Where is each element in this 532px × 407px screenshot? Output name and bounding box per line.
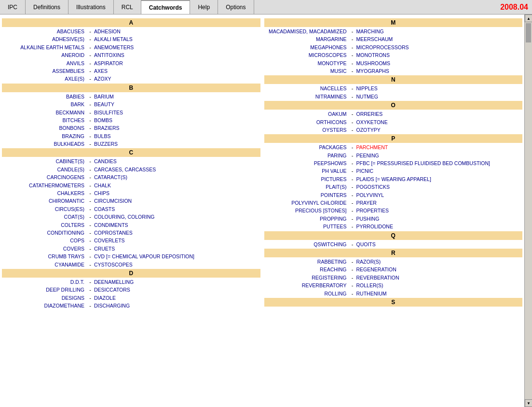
table-row: POLYVINYL CHLORIDE-PRAYER [264, 199, 523, 207]
table-row: ADHESIVE(S)-ALKALI METALS [2, 36, 260, 43]
table-row: AXLE(S)-AZOXY [2, 75, 260, 83]
entry-key: ASSEMBLIES [2, 68, 86, 75]
entry-dash: - [349, 160, 356, 167]
entry-key: CYANAMIDE [2, 261, 86, 268]
entry-value: ASPIRATOR [94, 60, 260, 67]
entry-key: BECKMANN [2, 109, 86, 116]
table-row: PACKAGES-PARCHMENT [264, 144, 523, 151]
table-row: DIAZOMETHANE-DISCHARGING [2, 302, 260, 309]
entry-key: DIAZOMETHANE [2, 302, 86, 309]
entry-key: D.D.T. [2, 279, 86, 286]
table-row: D.D.T.-DEENAMELLING [2, 279, 260, 286]
tab-catchwords[interactable]: Catchwords [141, 0, 191, 14]
entry-key: PEEPSHOWS [264, 160, 349, 167]
entry-value: PARCHMENT [356, 144, 523, 151]
entry-key: BABIES [2, 93, 86, 100]
table-row: CIRCUS(ES)-COASTS [2, 206, 260, 213]
entry-value: BISULFITES [94, 109, 260, 116]
entry-value: ROLLER(S) [356, 282, 523, 289]
table-row: POINTERS-POLYVINYL [264, 192, 523, 199]
entry-value: AXES [94, 68, 260, 75]
entry-value: MARCHING [356, 28, 523, 35]
entry-key: MARGARINE [264, 36, 349, 43]
tab-rcl[interactable]: RCL [114, 0, 141, 14]
entry-dash: - [86, 44, 94, 51]
scroll-up-button[interactable]: ▲ [525, 14, 532, 22]
entry-value: OZOTYPY [356, 126, 523, 134]
entry-key: COVERS [2, 245, 86, 253]
entry-dash: - [349, 223, 356, 230]
scroll-down-button[interactable]: ▼ [525, 399, 532, 407]
entry-value: DIAZOLE [94, 295, 260, 302]
entry-dash: - [349, 215, 356, 223]
table-row: CONDITIONING-COPROSTANES [2, 229, 260, 237]
section-header-n: N [264, 75, 523, 84]
table-row: BABIES-BARIUM [2, 93, 260, 100]
table-row: NITRAMINES-NUTMEG [264, 93, 523, 100]
entry-dash: - [86, 133, 94, 140]
entry-dash: - [349, 93, 356, 100]
entry-key: PACKAGES [264, 144, 349, 151]
scroll-thumb[interactable] [526, 23, 531, 42]
entry-dash: - [86, 197, 94, 205]
section-header-b: B [2, 84, 260, 92]
section-header-q: Q [264, 231, 523, 240]
entry-value: PFBC [= PRESSURISED FLUIDISED BED COMBUS… [356, 160, 523, 167]
entry-value: REVERBERATION [356, 274, 523, 281]
table-row: MUSIC-MYOGRAPHS [264, 68, 523, 75]
tab-definitions[interactable]: Definitions [26, 0, 68, 14]
table-row: PEEPSHOWS-PFBC [= PRESSURISED FLUIDISED … [264, 160, 523, 167]
entry-value: BULBS [94, 133, 260, 140]
table-row: DEEP DRILLING-DESICCATORS [2, 286, 260, 294]
version-badge: 2008.04 [500, 0, 532, 14]
table-row: MEGAPHONES-MICROPROCESSORS [264, 44, 523, 51]
table-row: COVERS-CRUETS [2, 245, 260, 253]
tab-illustrations[interactable]: Illustrations [68, 0, 114, 14]
entry-dash: - [349, 183, 356, 191]
entry-dash: - [349, 274, 356, 281]
entry-value: NUTMEG [356, 93, 523, 100]
entry-value: CANDIES [94, 158, 260, 165]
tab-help[interactable]: Help [190, 0, 218, 14]
entry-key: RABBETING [264, 258, 349, 266]
entry-value: ANEMOMETERS [94, 44, 260, 51]
entry-key: ADHESIVE(S) [2, 36, 86, 43]
scroll-content[interactable]: AABACUSES-ADHESIONADHESIVE(S)-ALKALI MET… [0, 14, 524, 407]
entry-key: POINTERS [264, 192, 349, 199]
entry-value: CONDIMENTS [94, 222, 260, 229]
content-columns: AABACUSES-ADHESIONADHESIVE(S)-ALKALI MET… [2, 18, 522, 310]
entry-key: CONDITIONING [2, 229, 86, 237]
table-row: ABACUSES-ADHESION [2, 28, 260, 35]
entry-dash: - [349, 282, 356, 289]
entry-dash: - [349, 36, 356, 43]
entry-dash: - [349, 290, 356, 297]
entry-dash: - [86, 28, 94, 35]
table-row: ORTHICONS-OXYKETONE [264, 119, 523, 126]
entry-value: ANTITOXINS [94, 52, 260, 59]
entry-key: CHALKERS [2, 190, 86, 197]
tab-options[interactable]: Options [218, 0, 254, 14]
entry-key: AXLE(S) [2, 75, 86, 83]
entry-value: NIPPLES [356, 85, 523, 92]
entry-value: COPROSTANES [94, 229, 260, 237]
entry-dash: - [86, 190, 94, 197]
entry-value: BARIUM [94, 93, 260, 100]
scrollbar[interactable]: ▲ ▼ [524, 14, 532, 407]
table-row: COLTERS-CONDIMENTS [2, 222, 260, 229]
entry-key: ORTHICONS [264, 119, 349, 126]
table-row: ASSEMBLIES-AXES [2, 68, 260, 75]
entry-key: BONBONS [2, 125, 86, 132]
entry-key: CRUMB TRAYS [2, 253, 86, 260]
entry-value: CYSTOSCOPES [94, 261, 260, 268]
entry-dash: - [86, 245, 94, 253]
entry-key: BULKHEADS [2, 140, 86, 148]
tab-ipc[interactable]: IPC [0, 0, 26, 14]
entry-value: RAZOR(S) [356, 258, 523, 266]
entry-dash: - [86, 261, 94, 268]
table-row: QSWITCHING-QUOITS [264, 241, 523, 248]
entry-dash: - [349, 207, 356, 214]
table-row: RABBETING-RAZOR(S) [264, 258, 523, 266]
entry-key: COLTERS [2, 222, 86, 229]
entry-dash: - [86, 36, 94, 43]
entry-value: BOMBS [94, 117, 260, 124]
